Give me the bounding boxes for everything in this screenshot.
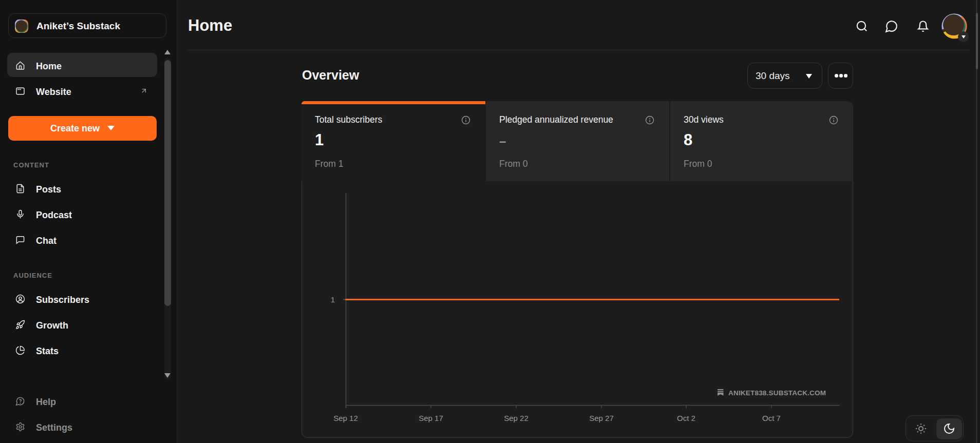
svg-text:ANIKET838.SUBSTACK.COM: ANIKET838.SUBSTACK.COM bbox=[728, 389, 826, 397]
svg-text:Sep 22: Sep 22 bbox=[504, 414, 529, 422]
svg-text:1: 1 bbox=[331, 295, 335, 304]
svg-text:Oct 7: Oct 7 bbox=[762, 414, 781, 422]
svg-text:Oct 2: Oct 2 bbox=[677, 414, 695, 422]
svg-text:Sep 17: Sep 17 bbox=[419, 414, 443, 422]
svg-text:Sep 27: Sep 27 bbox=[589, 414, 614, 422]
svg-text:Sep 12: Sep 12 bbox=[333, 414, 358, 422]
